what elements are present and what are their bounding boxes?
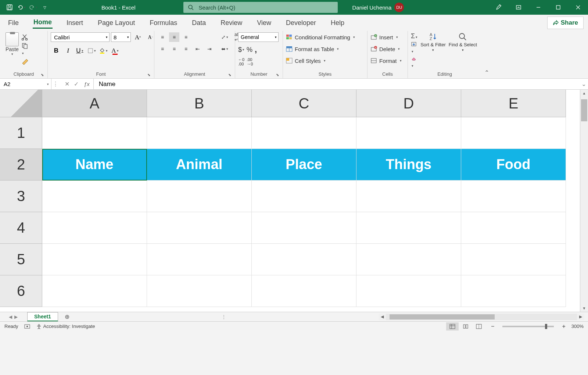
orientation-icon[interactable]: ⤢ bbox=[218, 32, 231, 42]
increase-decimal-icon[interactable]: ←0.00 bbox=[238, 57, 244, 66]
formula-input[interactable]: Name bbox=[94, 79, 579, 89]
font-size-select[interactable]: 8▾ bbox=[111, 32, 131, 42]
sort-filter-button[interactable]: AZ Sort & Filter▾ bbox=[420, 32, 446, 52]
ribbon-display-icon[interactable] bbox=[509, 0, 528, 15]
row-header[interactable]: 6 bbox=[0, 275, 42, 307]
copy-icon[interactable] bbox=[21, 43, 29, 56]
number-format-select[interactable]: General▾ bbox=[238, 32, 279, 42]
percent-format-icon[interactable]: % bbox=[247, 45, 252, 54]
cell[interactable] bbox=[356, 117, 461, 149]
fill-icon[interactable] bbox=[411, 42, 417, 54]
accounting-format-icon[interactable]: $ bbox=[238, 45, 244, 54]
column-header[interactable]: B bbox=[147, 90, 252, 117]
search-box[interactable]: Search (Alt+Q) bbox=[183, 2, 338, 13]
delete-cells-button[interactable]: × Delete bbox=[370, 44, 402, 54]
cell[interactable] bbox=[461, 244, 566, 275]
cell[interactable] bbox=[356, 275, 461, 307]
cell[interactable] bbox=[461, 212, 566, 244]
tab-formulas[interactable]: Formulas bbox=[149, 18, 178, 28]
cancel-formula-icon[interactable]: ✕ bbox=[65, 81, 69, 88]
decrease-decimal-icon[interactable]: .00→0 bbox=[247, 57, 253, 66]
sheet-tab[interactable]: Sheet1 bbox=[27, 312, 58, 321]
underline-button[interactable]: U bbox=[74, 46, 85, 56]
tab-help[interactable]: Help bbox=[330, 18, 345, 28]
merge-center-icon[interactable]: ⬌ bbox=[218, 44, 231, 54]
save-icon[interactable] bbox=[4, 2, 15, 12]
font-name-select[interactable]: Calibri▾ bbox=[51, 32, 110, 42]
undo-button[interactable] bbox=[16, 2, 26, 12]
name-box[interactable]: A2▾ bbox=[0, 79, 51, 89]
cell[interactable] bbox=[42, 244, 147, 275]
number-dialog-icon[interactable]: ⬊ bbox=[276, 73, 279, 77]
collapse-ribbon-icon[interactable]: ⌃ bbox=[484, 69, 489, 76]
align-right-icon[interactable]: ≡ bbox=[181, 44, 191, 54]
border-button[interactable] bbox=[86, 46, 97, 56]
cell[interactable] bbox=[147, 244, 252, 275]
minimize-button[interactable] bbox=[528, 0, 548, 15]
row-header[interactable]: 2 bbox=[0, 149, 42, 181]
align-left-icon[interactable]: ≡ bbox=[157, 44, 168, 54]
align-top-icon[interactable]: ≡ bbox=[157, 32, 168, 42]
cell[interactable] bbox=[356, 181, 461, 212]
clear-icon[interactable] bbox=[411, 56, 417, 69]
select-all-corner[interactable] bbox=[0, 90, 42, 117]
cell-styles-button[interactable]: Cell Styles bbox=[286, 56, 355, 65]
cell[interactable]: Food bbox=[461, 149, 566, 181]
page-layout-view-icon[interactable] bbox=[459, 322, 472, 331]
horizontal-scrollbar[interactable]: ◀ ▶ bbox=[379, 314, 584, 320]
comma-format-icon[interactable]: , bbox=[255, 45, 257, 54]
tab-review[interactable]: Review bbox=[220, 18, 243, 28]
cell[interactable] bbox=[42, 117, 147, 149]
tab-split-icon[interactable]: ⋮ bbox=[222, 314, 226, 319]
cell[interactable] bbox=[147, 275, 252, 307]
accessibility-status[interactable]: Accessibility: Investigate bbox=[36, 324, 95, 329]
tab-data[interactable]: Data bbox=[191, 18, 207, 28]
cut-icon[interactable] bbox=[21, 34, 29, 40]
zoom-out-button[interactable]: − bbox=[491, 323, 494, 330]
format-as-table-button[interactable]: Format as Table bbox=[286, 44, 355, 54]
cell[interactable] bbox=[42, 275, 147, 307]
find-select-button[interactable]: Find & Select▾ bbox=[449, 32, 477, 52]
enter-formula-icon[interactable]: ✓ bbox=[74, 81, 79, 88]
format-cells-button[interactable]: Format bbox=[370, 56, 402, 65]
new-sheet-button[interactable]: ⊕ bbox=[62, 313, 72, 320]
cell[interactable] bbox=[356, 244, 461, 275]
user-account[interactable]: Daniel Uchenna DU bbox=[352, 3, 404, 12]
zoom-in-button[interactable]: + bbox=[562, 323, 565, 330]
cell[interactable] bbox=[356, 212, 461, 244]
zoom-slider[interactable] bbox=[502, 326, 554, 327]
cell[interactable] bbox=[252, 212, 356, 244]
format-painter-icon[interactable] bbox=[21, 58, 29, 65]
close-button[interactable] bbox=[568, 0, 588, 15]
sheet-nav[interactable]: ◀▶ bbox=[9, 314, 18, 319]
paste-icon[interactable] bbox=[6, 32, 19, 46]
cell[interactable] bbox=[147, 181, 252, 212]
tab-file[interactable]: File bbox=[7, 18, 19, 28]
italic-button[interactable]: I bbox=[62, 46, 74, 56]
insert-cells-button[interactable]: + Insert bbox=[370, 32, 402, 42]
pen-icon[interactable] bbox=[489, 0, 509, 15]
cell[interactable] bbox=[461, 181, 566, 212]
column-header[interactable]: E bbox=[461, 90, 566, 117]
row-header[interactable]: 5 bbox=[0, 244, 42, 275]
paste-button[interactable]: Paste bbox=[6, 46, 19, 52]
tab-page-layout[interactable]: Page Layout bbox=[97, 18, 136, 28]
cell[interactable]: Place bbox=[252, 149, 356, 181]
align-middle-icon[interactable]: ≡ bbox=[169, 32, 179, 42]
cell[interactable] bbox=[42, 181, 147, 212]
macro-record-icon[interactable] bbox=[24, 324, 30, 329]
cell[interactable] bbox=[252, 117, 356, 149]
scrollbar-thumb[interactable] bbox=[581, 99, 587, 121]
cell[interactable]: Animal bbox=[147, 149, 252, 181]
name-box-menu[interactable]: ⋮ bbox=[51, 79, 60, 89]
expand-formula-bar-icon[interactable]: ⌄ bbox=[579, 79, 588, 89]
increase-font-icon[interactable]: A^ bbox=[132, 32, 143, 43]
cell[interactable] bbox=[147, 117, 252, 149]
redo-button[interactable] bbox=[28, 2, 38, 12]
row-header[interactable]: 1 bbox=[0, 117, 42, 149]
cell[interactable] bbox=[461, 117, 566, 149]
cell[interactable] bbox=[252, 181, 356, 212]
tab-developer[interactable]: Developer bbox=[285, 18, 317, 28]
share-button[interactable]: Share bbox=[547, 17, 584, 29]
column-header[interactable]: A bbox=[42, 90, 147, 117]
